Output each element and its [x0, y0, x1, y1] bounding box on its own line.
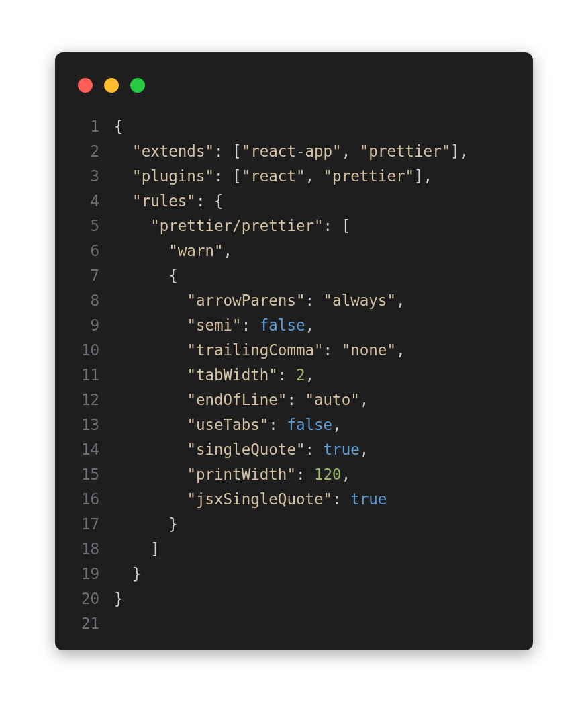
line-number: 11	[55, 363, 114, 388]
code-content[interactable]: "endOfLine": "auto",	[114, 388, 369, 412]
line-number: 13	[55, 412, 114, 437]
line-number: 20	[55, 586, 114, 611]
code-content[interactable]: "printWidth": 120,	[114, 462, 350, 487]
code-content[interactable]: "tabWidth": 2,	[114, 363, 314, 388]
close-icon[interactable]	[78, 78, 93, 93]
window-titlebar	[55, 52, 533, 102]
code-line[interactable]: 21	[55, 611, 533, 636]
line-number: 10	[55, 338, 114, 363]
line-number: 4	[55, 189, 114, 214]
line-number: 16	[55, 487, 114, 512]
code-content[interactable]: "prettier/prettier": [	[114, 214, 350, 238]
code-line[interactable]: 11 "tabWidth": 2,	[55, 363, 533, 388]
code-content[interactable]: "plugins": ["react", "prettier"],	[114, 164, 432, 189]
code-line[interactable]: 10 "trailingComma": "none",	[55, 338, 533, 363]
code-line[interactable]: 13 "useTabs": false,	[55, 412, 533, 437]
line-number: 7	[55, 263, 114, 288]
code-line[interactable]: 8 "arrowParens": "always",	[55, 288, 533, 313]
code-editor[interactable]: 1{2 "extends": ["react-app", "prettier"]…	[55, 102, 533, 636]
code-content[interactable]: "semi": false,	[114, 313, 314, 338]
code-line[interactable]: 4 "rules": {	[55, 189, 533, 214]
code-content[interactable]: "warn",	[114, 238, 232, 263]
minimize-icon[interactable]	[104, 78, 119, 93]
code-line[interactable]: 1{	[55, 114, 533, 139]
line-number: 17	[55, 512, 114, 537]
code-line[interactable]: 7 {	[55, 263, 533, 288]
code-content[interactable]: {	[114, 114, 124, 139]
code-content[interactable]: "jsxSingleQuote": true	[114, 487, 387, 512]
line-number: 12	[55, 388, 114, 412]
code-line[interactable]: 20}	[55, 586, 533, 611]
code-content[interactable]: "singleQuote": true,	[114, 437, 369, 462]
maximize-icon[interactable]	[130, 78, 145, 93]
line-number: 9	[55, 313, 114, 338]
code-line[interactable]: 16 "jsxSingleQuote": true	[55, 487, 533, 512]
line-number: 1	[55, 114, 114, 139]
line-number: 14	[55, 437, 114, 462]
code-line[interactable]: 6 "warn",	[55, 238, 533, 263]
code-content[interactable]: ]	[114, 537, 160, 562]
line-number: 18	[55, 537, 114, 562]
code-content[interactable]: "useTabs": false,	[114, 412, 342, 437]
code-line[interactable]: 9 "semi": false,	[55, 313, 533, 338]
code-content[interactable]: {	[114, 263, 178, 288]
code-content[interactable]: "trailingComma": "none",	[114, 338, 405, 363]
code-line[interactable]: 12 "endOfLine": "auto",	[55, 388, 533, 412]
code-line[interactable]: 18 ]	[55, 537, 533, 562]
line-number: 21	[55, 611, 114, 636]
code-line[interactable]: 14 "singleQuote": true,	[55, 437, 533, 462]
line-number: 6	[55, 238, 114, 263]
code-content[interactable]: }	[114, 512, 178, 537]
line-number: 3	[55, 164, 114, 189]
line-number: 5	[55, 214, 114, 238]
code-line[interactable]: 17 }	[55, 512, 533, 537]
line-number: 15	[55, 462, 114, 487]
code-content[interactable]: "rules": {	[114, 189, 224, 214]
code-line[interactable]: 19 }	[55, 562, 533, 586]
line-number: 19	[55, 562, 114, 586]
code-line[interactable]: 5 "prettier/prettier": [	[55, 214, 533, 238]
code-line[interactable]: 15 "printWidth": 120,	[55, 462, 533, 487]
code-content[interactable]: "extends": ["react-app", "prettier"],	[114, 139, 469, 164]
code-content[interactable]: }	[114, 562, 142, 586]
line-number: 2	[55, 139, 114, 164]
editor-window: 1{2 "extends": ["react-app", "prettier"]…	[55, 52, 533, 650]
code-content[interactable]: }	[114, 586, 124, 611]
code-line[interactable]: 2 "extends": ["react-app", "prettier"],	[55, 139, 533, 164]
code-line[interactable]: 3 "plugins": ["react", "prettier"],	[55, 164, 533, 189]
code-content[interactable]: "arrowParens": "always",	[114, 288, 405, 313]
line-number: 8	[55, 288, 114, 313]
